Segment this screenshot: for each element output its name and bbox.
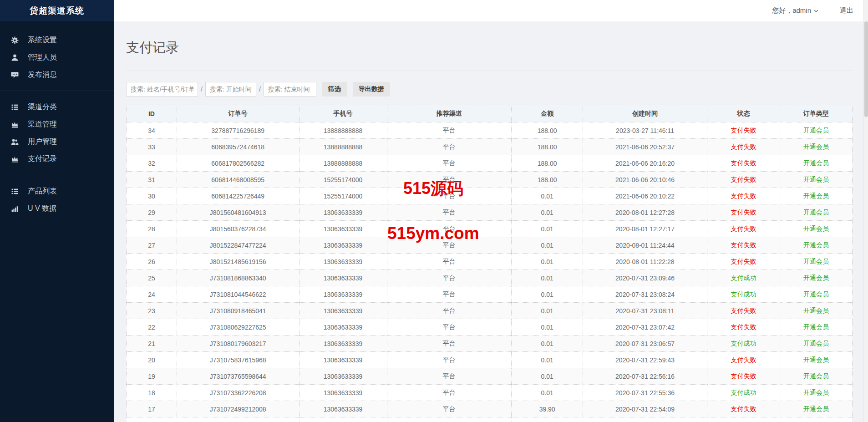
cell-channel: 平台 [387, 303, 512, 319]
column-header: 订单类型 [780, 105, 853, 122]
users-icon [11, 138, 19, 146]
filter-toolbar: / / 筛选 导出数据 [126, 82, 853, 97]
cell-channel: 平台 [387, 221, 512, 237]
cell-order_no: J731080918465041 [177, 303, 299, 319]
page-title: 支付记录 [126, 39, 853, 57]
cell-amount: 39.90 [512, 401, 583, 417]
column-header: 推荐渠道 [387, 105, 512, 122]
cell-id: 32 [127, 155, 177, 172]
cell-type: 开通会员 [780, 303, 853, 319]
cell-type: 开通会员 [780, 122, 853, 139]
cell-amount: 0.01 [512, 204, 583, 221]
cell-order_no: J731073765598644 [177, 368, 299, 385]
cell-channel: 平台 [387, 122, 512, 139]
cell-channel: 平台 [387, 368, 512, 385]
cell-channel: 平台 [387, 286, 512, 303]
cell-phone: 15255174000 [299, 172, 387, 188]
sidebar-item-gear[interactable]: 系统设置 [0, 31, 114, 49]
cell-id: 18 [127, 385, 177, 401]
cell-type: 开通会员 [780, 254, 853, 270]
cell-order_no: J731072499212008 [177, 401, 299, 417]
cell-phone: 13063633339 [299, 368, 387, 385]
cell-order_no: J801560481604913 [177, 204, 299, 221]
cell-id: 26 [127, 254, 177, 270]
cell-status: 支付成功 [707, 270, 780, 286]
cell-id: 27 [127, 237, 177, 254]
cell-phone: 13063633339 [299, 286, 387, 303]
keyword-search-input[interactable] [126, 82, 198, 97]
sidebar-item-list[interactable]: 产品列表 [0, 183, 114, 200]
cell-status: 支付失败 [707, 188, 780, 204]
cell-amount: 0.01 [512, 270, 583, 286]
column-header: 金额 [512, 105, 583, 122]
user-menu[interactable]: 您好，admin [772, 6, 819, 15]
cell-phone: 13063633339 [299, 401, 387, 417]
sidebar-item-users[interactable]: 用户管理 [0, 133, 114, 150]
cell-order_no: 606817802566282 [177, 155, 299, 172]
cell-status: 支付失败 [707, 204, 780, 221]
cell-phone: 13063633339 [299, 303, 387, 319]
cell-order_no: J731080629227625 [177, 319, 299, 336]
sidebar-item-bar-chart[interactable]: U V 数据 [0, 200, 114, 217]
cell-id: 21 [127, 336, 177, 352]
sidebar-item-user[interactable]: 管理人员 [0, 49, 114, 66]
cell-type: 开通会员 [780, 221, 853, 237]
column-header: 订单号 [177, 105, 299, 122]
user-greeting: 您好，admin [772, 6, 811, 15]
cell-type: 开通会员 [780, 417, 853, 422]
payments-table: ID订单号手机号推荐渠道金额创建时间状态订单类型 343278877162961… [126, 105, 853, 422]
cell-order_no: J731073362226208 [177, 385, 299, 401]
cell-created: 2021-06-06 20:52:37 [583, 139, 707, 155]
cell-status: 支付失败 [707, 368, 780, 385]
logout-button[interactable]: 退出 [840, 6, 853, 15]
cell-order_no: 606814468008595 [177, 172, 299, 188]
cell-status: 支付失败 [707, 221, 780, 237]
chevron-down-icon [813, 8, 819, 14]
sidebar-item-label: U V 数据 [28, 204, 56, 214]
sidebar-item-message[interactable]: 发布消息 [0, 66, 114, 83]
cell-id: 31 [127, 172, 177, 188]
cell-id: 33 [127, 139, 177, 155]
cell-order_no: J801560376228734 [177, 221, 299, 237]
cell-amount: 0.01 [512, 188, 583, 204]
cell-type: 开通会员 [780, 188, 853, 204]
start-time-input[interactable] [205, 82, 256, 97]
cell-phone: 13888888888 [299, 155, 387, 172]
cell-created: 2020-07-31 18:31:35 [583, 417, 707, 422]
cell-channel: 平台 [387, 237, 512, 254]
cell-created: 2020-07-31 22:56:16 [583, 368, 707, 385]
cell-id: 22 [127, 319, 177, 336]
cell-id: 30 [127, 188, 177, 204]
cell-type: 开通会员 [780, 270, 853, 286]
filter-button[interactable]: 筛选 [322, 82, 347, 97]
cell-status: 支付失败 [707, 139, 780, 155]
export-data-button[interactable]: 导出数据 [353, 82, 390, 97]
cell-type: 开通会员 [780, 368, 853, 385]
cell-amount: 0.01 [512, 336, 583, 352]
sidebar-item-list[interactable]: 渠道分类 [0, 98, 114, 116]
cell-channel: 平台 [387, 155, 512, 172]
cell-channel: 平台 [387, 139, 512, 155]
table-row: 21J73108017960321713063633339平台0.012020-… [127, 336, 853, 352]
sidebar-divider [0, 91, 114, 91]
table-row: 17J73107249921200813063633339平台39.902020… [127, 401, 853, 417]
cell-id: 25 [127, 270, 177, 286]
column-header: ID [127, 105, 177, 122]
table-row: 3060681422572644915255174000平台0.012021-0… [127, 188, 853, 204]
sidebar-item-crown[interactable]: 渠道管理 [0, 116, 114, 133]
cell-type: 开通会员 [780, 336, 853, 352]
vertical-scrollbar[interactable] [863, 0, 868, 422]
end-time-input[interactable] [264, 82, 316, 97]
cell-order_no: J731081044546622 [177, 286, 299, 303]
cell-type: 开通会员 [780, 352, 853, 368]
cell-type: 开通会员 [780, 385, 853, 401]
title-divider [126, 71, 853, 71]
cell-channel: 平台 [387, 319, 512, 336]
cell-id: 20 [127, 352, 177, 368]
cell-amount: 188.00 [512, 122, 583, 139]
sidebar-item-crown[interactable]: 支付记录 [0, 150, 114, 168]
table-header-row: ID订单号手机号推荐渠道金额创建时间状态订单类型 [127, 105, 853, 122]
table-row: 3160681446800859515255174000平台188.002021… [127, 172, 853, 188]
scrollbar-thumb[interactable] [864, 21, 868, 117]
cell-order_no: 606814225726449 [177, 188, 299, 204]
